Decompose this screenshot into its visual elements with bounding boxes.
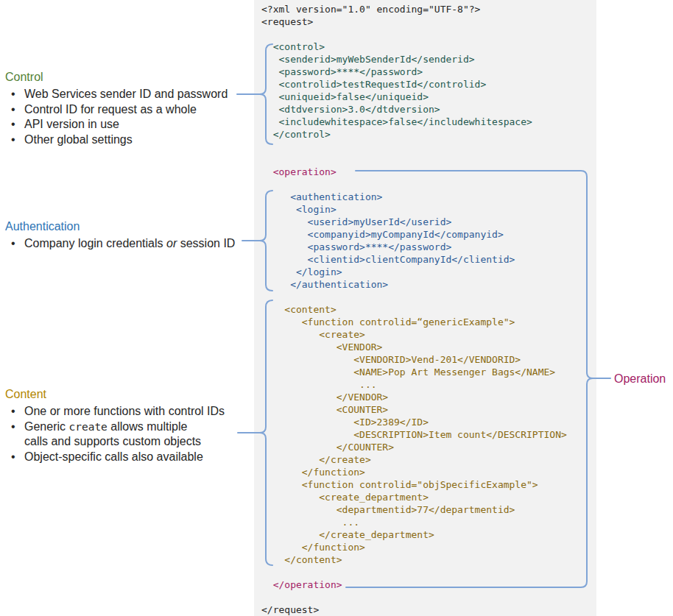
code-line — [261, 141, 567, 153]
code-line — [261, 28, 567, 40]
code-line: <ID>2389</ID> — [261, 416, 567, 428]
code-line: <senderid>myWebSenderId</senderid> — [261, 53, 567, 66]
code-line: </authentication> — [261, 278, 567, 291]
code-line: </content> — [261, 553, 567, 566]
code-line: ... — [261, 378, 567, 391]
operation-label: Operation — [614, 372, 666, 386]
code-line: <operation> — [261, 166, 567, 178]
code-line: <function controlid=“genericExample"> — [261, 316, 567, 328]
code-line: <request> — [261, 15, 567, 28]
code-line: <departmentid>77</departmentid> — [261, 503, 567, 516]
code-line: <userid>myUserId</userid> — [261, 216, 567, 228]
code-line — [261, 153, 567, 166]
code-line: <dtdversion>3.0</dtdversion> — [261, 103, 567, 116]
bullet-item: One or more functions with control IDs — [5, 404, 256, 419]
code-line: </function> — [261, 466, 567, 478]
code-line: <password>****</password> — [261, 66, 567, 78]
code-line — [261, 178, 567, 191]
code-line: </create_department> — [261, 528, 567, 541]
code-line: <create_department> — [261, 491, 567, 503]
code-line: <control> — [261, 40, 567, 53]
code-line: ... — [261, 516, 567, 528]
code-line — [261, 291, 567, 303]
annotation-bullets: Web Services sender ID and passwordContr… — [5, 87, 256, 147]
code-line: <controlid>testRequestId</controlid> — [261, 78, 567, 91]
code-line — [261, 591, 567, 603]
bullet-item: Control ID for request as a whole — [5, 102, 256, 118]
annotation-authentication: Authentication Company login credentials… — [5, 219, 263, 252]
bullet-item: Generic create allows multiplecalls and … — [5, 419, 256, 450]
code-line: <includewhitespace>false</includewhitesp… — [261, 116, 567, 128]
code-line: <VENDOR> — [261, 341, 567, 353]
code-line: <DESCRIPTION>Item count</DESCRIPTION> — [261, 428, 567, 441]
annotation-control: Control Web Services sender ID and passw… — [5, 70, 256, 147]
bullet-item: Object-specific calls also available — [5, 450, 256, 465]
code-line: <VENDORID>Vend-201</VENDORID> — [261, 353, 567, 366]
code-line: <login> — [261, 203, 567, 216]
code-line: <function controlid="objSpecificExample"… — [261, 478, 567, 491]
code-line: <COUNTER> — [261, 403, 567, 416]
code-line: <authentication> — [261, 191, 567, 203]
code-line: </request> — [261, 603, 567, 616]
code-line: <content> — [261, 303, 567, 316]
code-line: <clientid>clientCompanyId</clientid> — [261, 253, 567, 266]
annotation-title: Authentication — [5, 219, 263, 233]
code-line: </function> — [261, 541, 567, 553]
code-line: </login> — [261, 266, 567, 278]
annotation-content: Content One or more functions with contr… — [5, 387, 256, 464]
xml-code: <?xml version="1.0" encoding="UTF-8"?><r… — [261, 3, 567, 616]
code-line — [261, 566, 567, 578]
code-line: </create> — [261, 453, 567, 466]
code-line: </COUNTER> — [261, 441, 567, 453]
code-line: </control> — [261, 128, 567, 141]
code-line: </operation> — [261, 578, 567, 591]
bullet-item: Company login credentials or session ID — [5, 236, 263, 252]
code-line: </VENDOR> — [261, 391, 567, 403]
code-line: <?xml version="1.0" encoding="UTF-8"?> — [261, 3, 567, 15]
slide: <?xml version="1.0" encoding="UTF-8"?><r… — [0, 0, 673, 616]
code-line: <companyid>myCompanyId</companyid> — [261, 228, 567, 241]
bullet-item: API version in use — [5, 117, 256, 132]
code-line: <create> — [261, 328, 567, 341]
annotation-bullets: One or more functions with control IDsGe… — [5, 404, 256, 464]
bullet-item: Other global settings — [5, 132, 256, 148]
code-line: <password>****</password> — [261, 241, 567, 253]
annotation-title: Control — [5, 70, 256, 84]
code-line: <NAME>Pop Art Messenger Bags</NAME> — [261, 366, 567, 378]
annotation-title: Content — [5, 387, 256, 401]
bullet-item: Web Services sender ID and password — [5, 87, 256, 102]
annotation-bullets: Company login credentials or session ID — [5, 236, 263, 252]
code-line: <uniqueid>false</uniqueid> — [261, 91, 567, 103]
